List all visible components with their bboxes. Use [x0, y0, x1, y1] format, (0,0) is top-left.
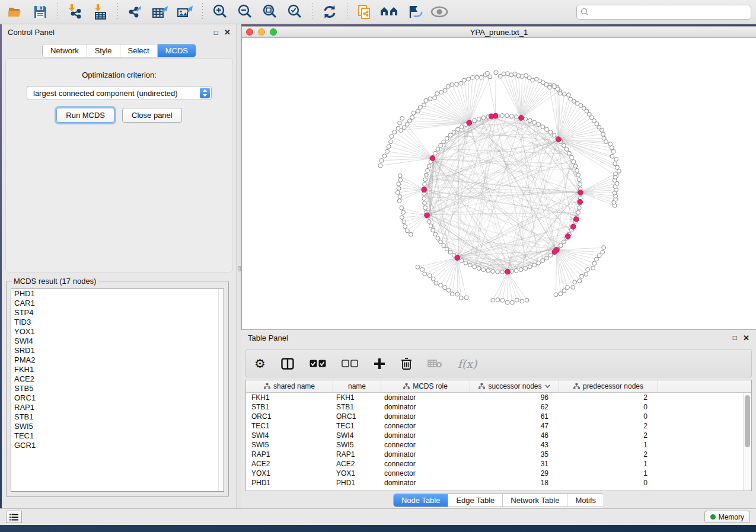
graph-leaf-node[interactable] [455, 82, 459, 86]
float-window-icon[interactable]: □ [214, 29, 218, 36]
graph-leaf-node[interactable] [406, 229, 410, 233]
graph-node[interactable] [548, 254, 553, 258]
tab-network[interactable]: Network [43, 44, 87, 57]
graph-node[interactable] [422, 197, 426, 201]
graph-node[interactable] [573, 164, 578, 168]
graph-leaf-node[interactable] [464, 296, 468, 300]
graph-leaf-node[interactable] [455, 292, 460, 296]
delete-column-trash-icon[interactable] [401, 355, 412, 373]
graph-leaf-node[interactable] [479, 75, 483, 79]
mcds-node[interactable] [489, 114, 494, 119]
graph-leaf-node[interactable] [397, 186, 401, 190]
zoom-fit-icon[interactable] [259, 2, 280, 21]
column-header-MCDS-role[interactable]: MCDS role [381, 380, 470, 392]
graph-leaf-node[interactable] [601, 132, 605, 136]
graph-leaf-node[interactable] [595, 257, 599, 261]
cell-shared-name[interactable]: TEC1 [246, 422, 333, 430]
mcds-result-item[interactable]: STP4 [11, 308, 224, 318]
cell-predecessor-nodes[interactable]: 1 [559, 441, 658, 449]
graph-leaf-node[interactable] [387, 145, 391, 149]
graph-node[interactable] [500, 270, 505, 274]
graph-leaf-node[interactable] [398, 121, 402, 125]
cell-predecessor-nodes[interactable]: 2 [559, 393, 658, 402]
graph-leaf-node[interactable] [580, 274, 584, 278]
cell-shared-name[interactable]: PHD1 [246, 479, 333, 487]
graph-leaf-node[interactable] [597, 254, 601, 258]
table-row[interactable]: ORC1ORC1dominator610 [246, 412, 751, 421]
run-mcds-button[interactable]: Run MCDS [56, 108, 114, 123]
split-columns-icon[interactable] [281, 355, 294, 373]
cell-predecessor-nodes[interactable]: 0 [559, 403, 658, 411]
mcds-result-item[interactable]: FKH1 [11, 365, 224, 374]
cell-successor-nodes[interactable]: 31 [470, 460, 559, 468]
graph-node[interactable] [562, 240, 566, 244]
select-all-checkboxes-icon[interactable] [310, 355, 326, 373]
mcds-node[interactable] [552, 249, 557, 255]
cell-successor-nodes[interactable]: 35 [470, 450, 559, 459]
graph-leaf-node[interactable] [566, 286, 570, 290]
graph-leaf-node[interactable] [592, 261, 596, 265]
graph-leaf-node[interactable] [443, 286, 447, 290]
graph-node[interactable] [578, 182, 582, 187]
graph-leaf-node[interactable] [525, 298, 529, 302]
cell-MCDS-role[interactable]: dominator [381, 431, 470, 440]
graph-leaf-node[interactable] [450, 292, 454, 296]
close-panel-icon[interactable]: ✕ [743, 334, 749, 342]
save-session-icon[interactable] [30, 2, 51, 21]
graph-leaf-node[interactable] [505, 300, 509, 305]
import-table-icon[interactable] [90, 2, 111, 21]
mcds-node[interactable] [556, 137, 562, 142]
cell-name[interactable]: YOX1 [333, 469, 381, 477]
graph-node[interactable] [514, 268, 518, 273]
graph-node[interactable] [552, 133, 556, 137]
graph-node[interactable] [528, 118, 532, 123]
graph-leaf-node[interactable] [418, 105, 422, 110]
graph-node[interactable] [510, 114, 514, 118]
birds-eye-view-icon[interactable] [379, 2, 400, 21]
cell-name[interactable]: TEC1 [333, 422, 381, 430]
tab-mcds[interactable]: MCDS [158, 44, 196, 57]
cell-shared-name[interactable]: SWI4 [246, 431, 333, 440]
criterion-dropdown[interactable]: largest connected component (undirected) [27, 86, 212, 100]
cell-predecessor-nodes[interactable]: 0 [559, 412, 658, 421]
graph-leaf-node[interactable] [446, 288, 451, 292]
graph-node[interactable] [481, 268, 486, 272]
graph-node[interactable] [537, 261, 541, 265]
cell-successor-nodes[interactable]: 96 [470, 393, 559, 402]
tab-style[interactable]: Style [87, 44, 120, 57]
graph-leaf-node[interactable] [617, 169, 621, 173]
table-row[interactable]: FKH1FKH1dominator962 [246, 393, 751, 402]
cell-MCDS-role[interactable]: connector [381, 422, 470, 430]
graph-node[interactable] [442, 243, 446, 248]
graph-leaf-node[interactable] [610, 154, 614, 158]
mcds-node[interactable] [467, 120, 472, 126]
graph-leaf-node[interactable] [397, 182, 401, 186]
graph-leaf-node[interactable] [443, 88, 447, 92]
graph-node[interactable] [423, 201, 427, 206]
panel-menu-icon[interactable] [6, 511, 22, 523]
mcds-result-item[interactable]: GCR1 [11, 441, 224, 450]
mcds-node[interactable] [565, 234, 570, 239]
graph-node[interactable] [481, 116, 486, 120]
cell-MCDS-role[interactable]: connector [381, 469, 470, 477]
tab-select[interactable]: Select [120, 44, 158, 57]
mcds-node[interactable] [422, 187, 427, 193]
graph-leaf-node[interactable] [494, 70, 498, 75]
graph-leaf-node[interactable] [558, 91, 562, 95]
cell-successor-nodes[interactable]: 47 [470, 422, 559, 430]
graph-node[interactable] [576, 210, 580, 214]
graph-leaf-node[interactable] [393, 130, 397, 134]
cell-shared-name[interactable]: SWI5 [246, 441, 333, 449]
cell-successor-nodes[interactable]: 46 [470, 431, 559, 440]
graph-node[interactable] [445, 136, 449, 140]
graph-leaf-node[interactable] [520, 299, 524, 303]
graph-node[interactable] [548, 130, 553, 134]
export-table-icon[interactable] [149, 2, 171, 21]
table-row[interactable]: RAP1RAP1dominator352 [246, 450, 751, 459]
graph-node[interactable] [575, 168, 579, 172]
search-input[interactable] [592, 8, 747, 16]
graph-node[interactable] [532, 120, 537, 124]
graph-node[interactable] [496, 270, 500, 274]
mcds-result-item[interactable]: PHD1 [11, 289, 224, 299]
cell-name[interactable]: ACE2 [333, 460, 381, 468]
